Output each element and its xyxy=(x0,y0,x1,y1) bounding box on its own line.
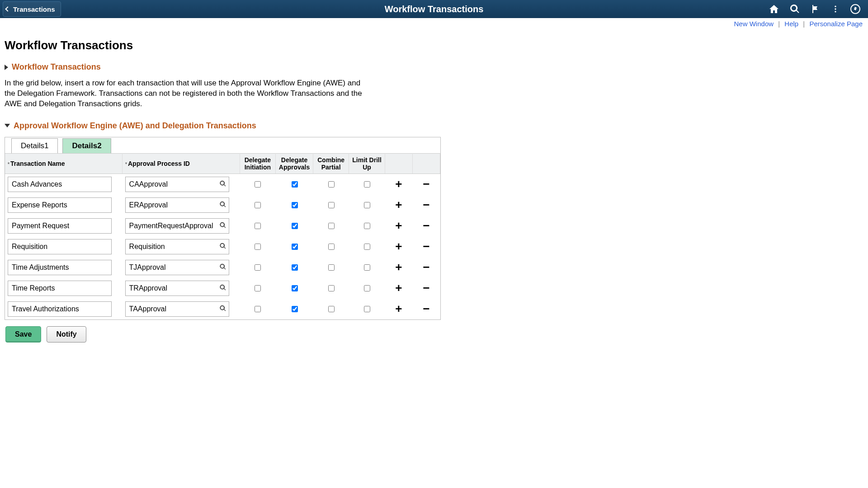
svg-point-1 xyxy=(835,8,836,9)
page-content: Workflow Transactions Workflow Transacti… xyxy=(0,29,445,346)
personalize-page-link[interactable]: Personalize Page xyxy=(809,20,863,28)
add-row-button[interactable]: + xyxy=(392,302,406,315)
lookup-icon[interactable] xyxy=(219,180,226,188)
section-awe-delegation-label: Approval Workflow Engine (AWE) and Deleg… xyxy=(14,121,256,131)
table-row: +− xyxy=(5,236,440,257)
transaction-name-input[interactable] xyxy=(8,218,112,234)
new-window-link[interactable]: New Window xyxy=(734,20,774,28)
table-row: +− xyxy=(5,299,440,319)
limit-drill-up-checkbox[interactable] xyxy=(364,285,370,291)
limit-drill-up-checkbox[interactable] xyxy=(364,202,370,208)
delegate-approvals-checkbox[interactable] xyxy=(292,306,298,312)
col-combine-partial[interactable]: Combine Partial xyxy=(313,153,349,174)
search-icon[interactable] xyxy=(789,4,800,14)
add-row-button[interactable]: + xyxy=(392,177,406,191)
lookup-icon[interactable] xyxy=(219,263,226,272)
section-workflow-transactions-label: Workflow Transactions xyxy=(12,62,101,72)
approval-process-id-input[interactable] xyxy=(125,260,229,275)
save-button[interactable]: Save xyxy=(5,326,41,343)
approval-process-id-input[interactable] xyxy=(125,239,229,254)
table-row: +− xyxy=(5,195,440,216)
delegate-initiation-checkbox[interactable] xyxy=(255,202,261,208)
delete-row-button[interactable]: − xyxy=(419,219,433,232)
delegate-initiation-checkbox[interactable] xyxy=(255,223,261,229)
transaction-name-input[interactable] xyxy=(8,301,112,317)
section-awe-delegation[interactable]: Approval Workflow Engine (AWE) and Deleg… xyxy=(5,121,441,131)
delegate-approvals-checkbox[interactable] xyxy=(292,223,298,229)
combine-partial-checkbox[interactable] xyxy=(328,306,335,312)
grid-tabs: Details1 Details2 xyxy=(5,137,440,153)
lookup-icon[interactable] xyxy=(219,221,226,230)
header-icons xyxy=(769,4,868,14)
delegate-approvals-checkbox[interactable] xyxy=(292,244,298,250)
combine-partial-checkbox[interactable] xyxy=(328,244,335,250)
section-workflow-transactions[interactable]: Workflow Transactions xyxy=(5,62,441,72)
delegate-approvals-checkbox[interactable] xyxy=(292,181,298,188)
delegate-approvals-checkbox[interactable] xyxy=(292,202,298,208)
delete-row-button[interactable]: − xyxy=(419,177,433,191)
delete-row-button[interactable]: − xyxy=(419,198,433,211)
approval-process-id-input[interactable] xyxy=(125,177,229,192)
limit-drill-up-checkbox[interactable] xyxy=(364,264,370,271)
transaction-name-input[interactable] xyxy=(8,281,112,296)
lookup-icon[interactable] xyxy=(219,242,226,251)
lookup-icon[interactable] xyxy=(219,305,226,313)
col-approval-process-id[interactable]: *Approval Process ID xyxy=(123,153,240,174)
add-row-button[interactable]: + xyxy=(392,239,406,253)
lookup-icon[interactable] xyxy=(219,284,226,292)
add-row-button[interactable]: + xyxy=(392,281,406,295)
combine-partial-checkbox[interactable] xyxy=(328,181,335,188)
limit-drill-up-checkbox[interactable] xyxy=(364,244,370,250)
compass-icon[interactable] xyxy=(850,4,861,14)
delegate-initiation-checkbox[interactable] xyxy=(255,264,261,271)
grid-container: Details1 Details2 *Transaction Name *App… xyxy=(5,137,441,320)
approval-process-id-input[interactable] xyxy=(125,218,229,234)
limit-drill-up-checkbox[interactable] xyxy=(364,306,370,312)
back-button[interactable]: Transactions xyxy=(3,1,61,17)
limit-drill-up-checkbox[interactable] xyxy=(364,223,370,229)
delete-row-button[interactable]: − xyxy=(419,260,433,274)
limit-drill-up-checkbox[interactable] xyxy=(364,181,370,188)
tab-details1[interactable]: Details1 xyxy=(11,138,58,153)
transaction-name-input[interactable] xyxy=(8,177,112,192)
col-delegate-initiation[interactable]: Delegate Initiation xyxy=(240,153,275,174)
flag-icon[interactable] xyxy=(810,4,821,14)
combine-partial-checkbox[interactable] xyxy=(328,202,335,208)
transaction-name-input[interactable] xyxy=(8,260,112,275)
more-vertical-icon[interactable] xyxy=(831,4,840,14)
delegate-approvals-checkbox[interactable] xyxy=(292,285,298,291)
combine-partial-checkbox[interactable] xyxy=(328,264,335,271)
combine-partial-checkbox[interactable] xyxy=(328,285,335,291)
add-row-button[interactable]: + xyxy=(392,198,406,211)
page-title: Workflow Transactions xyxy=(5,38,441,52)
combine-partial-checkbox[interactable] xyxy=(328,223,335,229)
add-row-button[interactable]: + xyxy=(392,260,406,274)
tab-details2[interactable]: Details2 xyxy=(62,138,111,153)
add-row-button[interactable]: + xyxy=(392,219,406,232)
delete-row-button[interactable]: − xyxy=(419,302,433,315)
footer-buttons: Save Notify xyxy=(5,326,441,343)
triangle-down-icon xyxy=(5,124,10,127)
notify-button[interactable]: Notify xyxy=(47,326,86,343)
lookup-icon[interactable] xyxy=(219,201,226,209)
home-icon[interactable] xyxy=(769,4,779,14)
delete-row-button[interactable]: − xyxy=(419,239,433,253)
col-delegate-approvals[interactable]: Delegate Approvals xyxy=(276,153,313,174)
delegate-initiation-checkbox[interactable] xyxy=(255,181,261,188)
delete-row-button[interactable]: − xyxy=(419,281,433,295)
transactions-grid: *Transaction Name *Approval Process ID D… xyxy=(5,153,440,319)
delegate-initiation-checkbox[interactable] xyxy=(255,244,261,250)
delegate-initiation-checkbox[interactable] xyxy=(255,306,261,312)
page-links: New Window | Help | Personalize Page xyxy=(0,18,868,29)
chevron-left-icon xyxy=(5,6,10,11)
approval-process-id-input[interactable] xyxy=(125,301,229,317)
approval-process-id-input[interactable] xyxy=(125,281,229,296)
transaction-name-input[interactable] xyxy=(8,197,112,213)
col-transaction-name[interactable]: *Transaction Name xyxy=(5,153,123,174)
approval-process-id-input[interactable] xyxy=(125,197,229,213)
transaction-name-input[interactable] xyxy=(8,239,112,254)
help-link[interactable]: Help xyxy=(784,20,798,28)
delegate-approvals-checkbox[interactable] xyxy=(292,264,298,271)
delegate-initiation-checkbox[interactable] xyxy=(255,285,261,291)
col-limit-drill-up[interactable]: Limit Drill Up xyxy=(349,153,385,174)
